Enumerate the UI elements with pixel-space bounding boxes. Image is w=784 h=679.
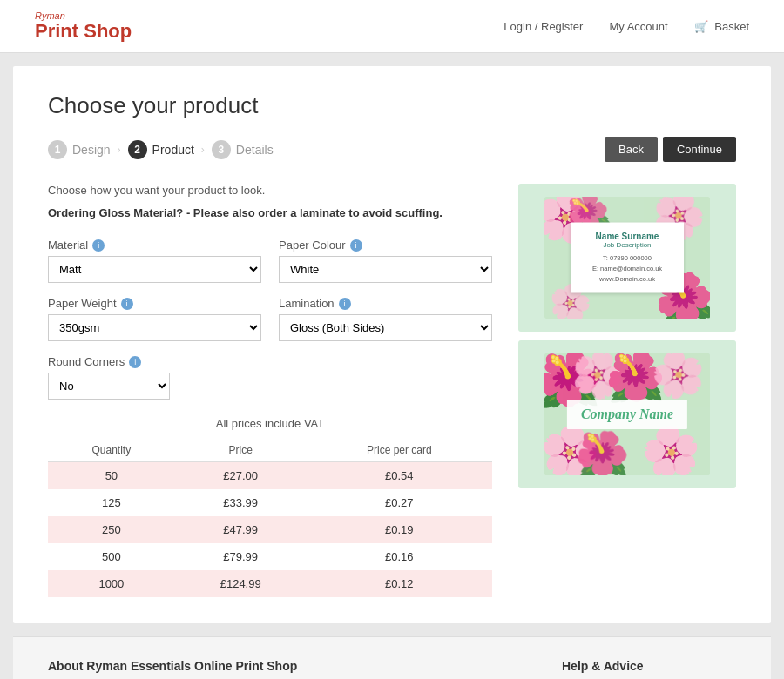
product-preview: 🌸 🌺 🌸 🌺 🌸 Name Surname Job Description	[518, 184, 736, 597]
paper-colour-info-icon[interactable]: i	[350, 239, 362, 252]
round-corners-label: Round Corners i	[48, 355, 170, 368]
table-row: 50 £27.00 £0.54	[48, 462, 492, 490]
step-2-num: 2	[128, 140, 147, 159]
step-divider-1: ›	[118, 144, 121, 156]
step-3: 3 Details	[212, 140, 274, 159]
page-title: Choose your product	[48, 92, 736, 119]
back-button[interactable]: Back	[605, 137, 658, 162]
steps-indicator: 1 Design › 2 Product › 3 Details	[48, 140, 274, 159]
round-corners-group: Round Corners i No Yes	[48, 355, 170, 400]
footer-about-title: About Ryman Essentials Online Print Shop	[48, 659, 536, 673]
step-1-label: Design	[72, 143, 111, 157]
col-header-price: Price	[175, 439, 307, 462]
per-card-cell: £0.27	[307, 489, 492, 516]
product-instruction: Choose how you want your product to look…	[48, 184, 492, 197]
paper-weight-label: Paper Weight i	[48, 297, 261, 310]
step-buttons: Back Continue	[605, 137, 736, 162]
logo-print-shop: Print Shop	[35, 21, 132, 42]
bc-contact: T: 07890 000000 E: name@domain.co.uk www…	[584, 253, 671, 285]
step-divider-2: ›	[201, 144, 205, 156]
qty-cell: 500	[48, 543, 175, 570]
qty-cell: 1000	[48, 570, 175, 597]
price-cell: £33.99	[175, 489, 307, 516]
footer-about: About Ryman Essentials Online Print Shop…	[48, 659, 536, 679]
price-cell: £47.99	[175, 516, 307, 543]
material-label: Material i	[48, 239, 261, 252]
paper-weight-info-icon[interactable]: i	[121, 298, 133, 310]
login-register-link[interactable]: Login / Register	[504, 20, 583, 33]
price-section: All prices include VAT Quantity Price Pr…	[48, 417, 492, 597]
basket-icon: 🛒	[694, 20, 708, 33]
price-table: Quantity Price Price per card 50 £27.00 …	[48, 439, 492, 597]
material-info-icon[interactable]: i	[92, 239, 105, 252]
step-1: 1 Design	[48, 140, 111, 159]
round-corners-info-icon[interactable]: i	[129, 356, 141, 368]
paper-colour-label: Paper Colour i	[279, 239, 492, 252]
continue-button[interactable]: Continue	[663, 137, 736, 162]
bc-name: Name Surname	[584, 232, 671, 241]
round-corners-select[interactable]: No Yes	[48, 373, 170, 400]
paper-colour-group: Paper Colour i White Cream Coloured	[279, 239, 492, 283]
step-2: 2 Product	[128, 140, 194, 159]
qty-cell: 250	[48, 516, 175, 543]
header-nav: Login / Register My Account 🛒 Basket	[504, 20, 749, 33]
step-3-num: 3	[212, 140, 231, 159]
card-back-preview: 🌺 🌸 🌺 🌸 🌸 🌺 🌸 Company Name	[518, 340, 736, 488]
footer: About Ryman Essentials Online Print Shop…	[13, 636, 771, 679]
paper-colour-select[interactable]: White Cream Coloured	[279, 256, 492, 283]
basket-link[interactable]: 🛒 Basket	[694, 20, 749, 33]
step-3-label: Details	[236, 143, 274, 157]
card-front-preview: 🌸 🌺 🌸 🌺 🌸 Name Surname Job Description	[518, 184, 736, 332]
table-row: 1000 £124.99 £0.12	[48, 570, 492, 597]
table-row: 250 £47.99 £0.19	[48, 516, 492, 543]
price-title: All prices include VAT	[48, 417, 492, 430]
col-header-quantity: Quantity	[48, 439, 175, 462]
step-2-label: Product	[152, 143, 194, 157]
material-select[interactable]: Matt Gloss Silk	[48, 256, 261, 283]
material-group: Material i Matt Gloss Silk	[48, 239, 261, 283]
per-card-cell: £0.12	[307, 570, 492, 597]
lamination-info-icon[interactable]: i	[339, 298, 351, 310]
price-cell: £27.00	[175, 462, 307, 490]
table-row: 500 £79.99 £0.16	[48, 543, 492, 570]
qty-cell: 125	[48, 489, 175, 516]
per-card-cell: £0.19	[307, 516, 492, 543]
per-card-cell: £0.54	[307, 462, 492, 490]
lamination-label: Lamination i	[279, 297, 492, 310]
footer-help: Help & Advice T+Cs Western Union Privacy…	[562, 659, 736, 679]
table-row: 125 £33.99 £0.27	[48, 489, 492, 516]
paper-weight-group: Paper Weight i 300gsm 350gsm 400gsm	[48, 297, 261, 341]
gloss-warning: Ordering Gloss Material? - Please also o…	[48, 205, 492, 221]
price-cell: £79.99	[175, 543, 307, 570]
bc-job: Job Description	[584, 241, 671, 249]
logo: Ryman Print Shop	[35, 10, 132, 42]
price-cell: £124.99	[175, 570, 307, 597]
col-header-per-card: Price per card	[307, 439, 492, 462]
my-account-link[interactable]: My Account	[609, 20, 667, 33]
paper-weight-select[interactable]: 300gsm 350gsm 400gsm	[48, 314, 261, 341]
qty-cell: 50	[48, 462, 175, 490]
per-card-cell: £0.16	[307, 543, 492, 570]
bc-company: Company Name	[581, 407, 673, 422]
step-1-num: 1	[48, 140, 67, 159]
lamination-group: Lamination i None Gloss (Both Sides) Mat…	[279, 297, 492, 341]
footer-help-title: Help & Advice	[562, 659, 736, 673]
lamination-select[interactable]: None Gloss (Both Sides) Matt (Both Sides…	[279, 314, 492, 341]
